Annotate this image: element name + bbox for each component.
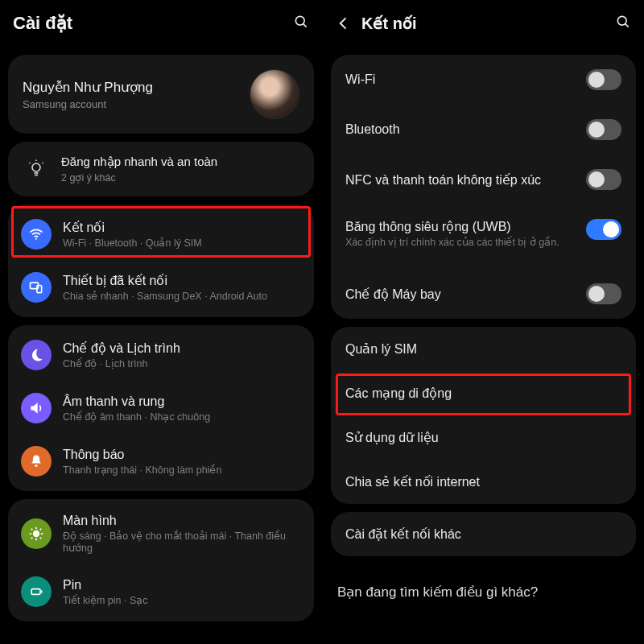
search-button-right[interactable] — [615, 14, 631, 33]
svg-point-12 — [34, 531, 39, 537]
svg-line-19 — [31, 538, 33, 539]
account-text: Nguyễn Như Phượng Samsung account — [23, 79, 250, 110]
svg-point-2 — [32, 163, 40, 171]
right-topbar: Kết nối — [323, 0, 644, 47]
sim-label: Quản lý SIM — [345, 341, 621, 357]
svg-point-8 — [35, 238, 37, 240]
svg-point-23 — [617, 16, 626, 25]
tips-card[interactable]: Đăng nhập nhanh và an toàn 2 gợi ý khác — [8, 142, 314, 196]
account-card[interactable]: Nguyễn Như Phượng Samsung account — [8, 55, 314, 134]
chevron-left-icon — [336, 15, 352, 31]
sound-sub: Chế độ âm thanh · Nhạc chuông — [63, 411, 301, 423]
notif-sub: Thanh trạng thái · Không làm phiền — [63, 464, 301, 476]
wifi-label: Wi-Fi — [345, 72, 586, 87]
network-group: Quản lý SIM Các mạng di động Sử dụng dữ … — [331, 327, 636, 504]
row-more-connection-settings[interactable]: Cài đặt kết nối khác — [331, 512, 636, 556]
row-display[interactable]: Màn hình Độ sáng · Bảo vệ cho mắt thoải … — [8, 502, 314, 565]
more-group: Cài đặt kết nối khác — [331, 512, 636, 556]
row-tethering[interactable]: Chia sẻ kết nối internet — [331, 460, 636, 504]
devices-label: Thiết bị đã kết nối — [63, 273, 301, 288]
sound-icon — [21, 393, 52, 423]
row-notifications[interactable]: Thông báo Thanh trạng thái · Không làm p… — [8, 435, 314, 488]
row-connected-devices[interactable]: Thiết bị đã kết nối Chia sẻ nhanh · Sams… — [8, 261, 314, 314]
search-button[interactable] — [293, 14, 309, 33]
search-prompt: Bạn đang tìm kiếm điều gì khác? — [323, 564, 644, 609]
row-sim[interactable]: Quản lý SIM — [331, 327, 636, 371]
display-group: Màn hình Độ sáng · Bảo vệ cho mắt thoải … — [8, 499, 314, 621]
tips-sub: 2 gợi ý khác — [61, 171, 217, 184]
account-sub: Samsung account — [23, 98, 250, 110]
devices-icon — [21, 272, 52, 303]
row-modes[interactable]: Chế độ và Lịch trình Chế độ · Lịch trình — [8, 328, 314, 382]
svg-rect-21 — [31, 589, 40, 595]
tips-title: Đăng nhập nhanh và an toàn — [61, 155, 217, 169]
nfc-toggle[interactable] — [586, 169, 621, 190]
connections-pane: Kết nối Wi-Fi Bluetooth NFC và thanh toá… — [322, 0, 644, 644]
row-bluetooth[interactable]: Bluetooth — [331, 105, 636, 155]
toggles-group-1: Wi-Fi Bluetooth NFC và thanh toán không … — [331, 55, 636, 319]
row-battery[interactable]: Pin Tiết kiệm pin · Sạc — [8, 565, 314, 618]
svg-rect-22 — [41, 590, 43, 592]
battery-sub: Tiết kiệm pin · Sạc — [63, 594, 301, 606]
uwb-label: Băng thông siêu rộng (UWB) — [345, 219, 586, 234]
avatar[interactable] — [250, 69, 299, 119]
display-label: Màn hình — [63, 514, 301, 528]
modes-group: Chế độ và Lịch trình Chế độ · Lịch trình… — [8, 325, 314, 491]
svg-line-17 — [31, 529, 33, 530]
airplane-label: Chế độ Máy bay — [345, 287, 586, 302]
row-airplane[interactable]: Chế độ Máy bay — [331, 269, 636, 319]
modes-sub: Chế độ · Lịch trình — [63, 357, 301, 369]
svg-line-18 — [40, 538, 42, 539]
settings-pane: Cài đặt Nguyễn Như Phượng Samsung accoun… — [0, 0, 322, 644]
nfc-label: NFC và thanh toán không tiếp xúc — [345, 172, 586, 188]
battery-icon — [21, 576, 52, 607]
mobile-label: Các mạng di động — [345, 386, 621, 401]
tips-text: Đăng nhập nhanh và an toàn 2 gợi ý khác — [61, 155, 217, 184]
search-icon — [615, 14, 631, 30]
notif-label: Thông báo — [63, 448, 301, 462]
svg-point-0 — [295, 16, 304, 25]
account-name: Nguyễn Như Phượng — [23, 79, 250, 96]
search-icon — [293, 14, 309, 30]
row-mobile-networks[interactable]: Các mạng di động — [331, 371, 636, 415]
battery-label: Pin — [63, 578, 301, 592]
more-label: Cài đặt kết nối khác — [345, 526, 621, 542]
sun-icon — [21, 518, 52, 549]
row-wifi[interactable]: Wi-Fi — [331, 55, 636, 105]
bell-icon — [21, 446, 52, 477]
settings-title: Cài đặt — [13, 13, 293, 34]
connections-title: Kết nối — [361, 14, 615, 33]
bluetooth-toggle[interactable] — [586, 119, 621, 140]
data-label: Sử dụng dữ liệu — [345, 430, 621, 445]
row-data-usage[interactable]: Sử dụng dữ liệu — [331, 415, 636, 460]
svg-line-4 — [29, 163, 30, 163]
uwb-toggle[interactable] — [586, 219, 621, 240]
connections-group: Kết nối Wi-Fi · Bluetooth · Quản lý SIM … — [8, 204, 314, 317]
devices-sub: Chia sẻ nhanh · Samsung DeX · Android Au… — [63, 290, 301, 302]
row-nfc[interactable]: NFC và thanh toán không tiếp xúc — [331, 155, 636, 204]
uwb-sub: Xác định vị trí chính xác của các thiết … — [345, 236, 586, 248]
bt-label: Bluetooth — [345, 122, 586, 137]
moon-icon — [21, 340, 52, 370]
row-uwb[interactable]: Băng thông siêu rộng (UWB) Xác định vị t… — [331, 204, 636, 262]
row-sound[interactable]: Âm thanh và rung Chế độ âm thanh · Nhạc … — [8, 382, 314, 435]
sound-label: Âm thanh và rung — [63, 394, 301, 409]
connections-label: Kết nối — [63, 220, 301, 235]
left-topbar: Cài đặt — [0, 0, 322, 47]
lightbulb-icon — [23, 159, 50, 179]
tether-label: Chia sẻ kết nối internet — [345, 474, 621, 489]
row-connections[interactable]: Kết nối Wi-Fi · Bluetooth · Quản lý SIM — [8, 208, 314, 261]
svg-rect-11 — [35, 464, 37, 467]
display-sub: Độ sáng · Bảo vệ cho mắt thoải mái · Tha… — [63, 530, 301, 554]
wifi-icon — [21, 219, 52, 250]
svg-line-5 — [43, 163, 43, 163]
svg-line-24 — [625, 24, 629, 27]
svg-line-20 — [40, 529, 42, 530]
back-button[interactable] — [336, 15, 358, 31]
modes-label: Chế độ và Lịch trình — [63, 341, 301, 356]
wifi-toggle[interactable] — [586, 69, 621, 90]
airplane-toggle[interactable] — [586, 283, 621, 304]
connections-sub: Wi-Fi · Bluetooth · Quản lý SIM — [63, 237, 301, 249]
svg-line-1 — [303, 24, 307, 27]
